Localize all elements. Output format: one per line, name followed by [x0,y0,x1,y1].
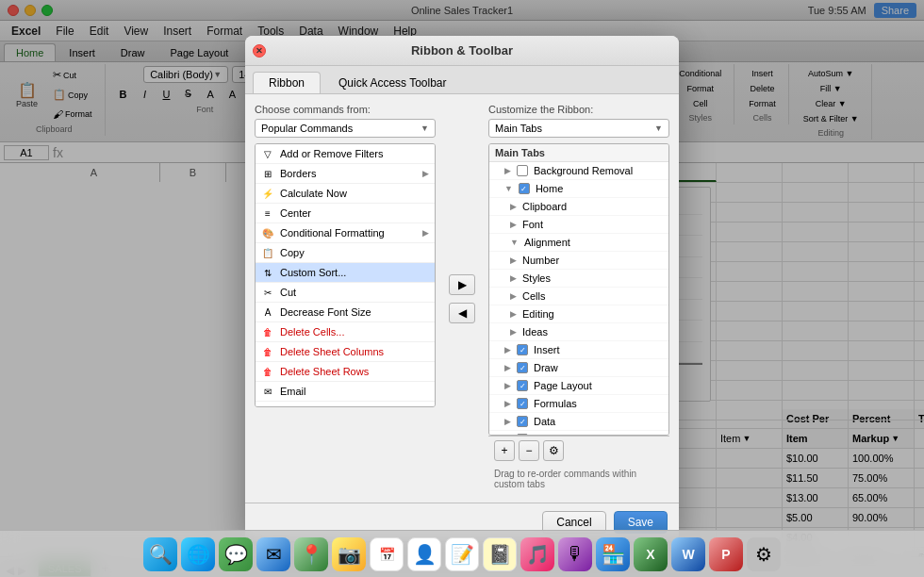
expand-icon-styles: ▶ [510,273,517,283]
cmd-add-remove-filters[interactable]: ▽ Add or Remove Filters [256,144,435,164]
dialog-body: Choose commands from: Popular Commands ▼… [245,94,679,503]
dock-messages[interactable]: 💬 [219,537,253,571]
dock-contacts[interactable]: 👤 [407,537,441,571]
tree-item-insert[interactable]: ▶ ✓ Insert [489,341,668,359]
tree-item-ideas[interactable]: ▶ Ideas [489,323,668,341]
dock-photos[interactable]: 📷 [332,537,366,571]
tab-ribbon[interactable]: Ribbon [253,72,321,93]
remove-from-ribbon-button[interactable]: ◀ [449,303,475,323]
cmd-delete-columns[interactable]: 🗑 Delete Sheet Columns [256,342,435,362]
dialog-title-bar: ✕ Ribbon & Toolbar [245,36,679,66]
checkbox-background-removal[interactable] [517,165,528,176]
expand-icon-insert: ▶ [504,345,511,354]
cmd-delete-rows[interactable]: 🗑 Delete Sheet Rows [256,362,435,382]
delete-rows-icon: 🗑 [261,365,274,378]
dock-notes[interactable]: 📓 [483,537,517,571]
cmd-email[interactable]: ✉ Email [256,382,435,402]
dock-powerpoint[interactable]: P [709,537,743,571]
copy-icon: 📋 [261,246,274,259]
dock-excel[interactable]: X [634,537,668,571]
delete-cells-icon: 🗑 [261,325,274,338]
expand-icon-number: ▶ [510,256,517,265]
commands-from-select[interactable]: Popular Commands ▼ [255,119,436,138]
commands-list[interactable]: ▽ Add or Remove Filters ⊞ Borders ▶ ⚡ Ca… [255,143,436,407]
filter-icon: ▽ [261,147,274,160]
dock-safari[interactable]: 🌐 [181,537,215,571]
dock-maps[interactable]: 📍 [294,537,328,571]
expand-icon: ▶ [504,166,511,175]
cmd-center[interactable]: ≡ Center [256,204,435,223]
dock-word[interactable]: W [671,537,705,571]
tree-item-alignment[interactable]: ▼ Alignment [489,234,668,252]
add-to-ribbon-button[interactable]: ▶ [449,274,475,295]
commands-from-arrow: ▼ [421,124,429,133]
borders-icon: ⊞ [261,167,274,180]
tree-item-cells[interactable]: ▶ Cells [489,288,668,305]
dock-calendar[interactable]: 📅 [370,537,404,571]
ribbon-tree[interactable]: Main Tabs ▶ Background Removal ▼ ✓ Home [488,143,669,436]
cut-icon: ✂ [261,286,274,299]
customize-ribbon-arrow: ▼ [654,124,663,133]
right-panel: Customize the Ribbon: Main Tabs ▼ Main T… [488,104,669,493]
dock-podcasts[interactable]: 🎙 [558,537,592,571]
tree-item-page-layout[interactable]: ▶ ✓ Page Layout [489,377,668,395]
tree-item-clipboard[interactable]: ▶ Clipboard [489,198,668,216]
tree-item-editing[interactable]: ▶ Editing [489,305,668,323]
tree-item-font[interactable]: ▶ Font [489,216,668,234]
tree-item-data[interactable]: ▶ ✓ Data [489,413,668,431]
cmd-copy[interactable]: 📋 Copy [256,243,435,263]
checkbox-data[interactable]: ✓ [517,416,528,427]
cmd-calculate-now[interactable]: ⚡ Calculate Now [256,184,435,204]
expand-icon-home: ▼ [504,184,513,193]
modal-overlay: ✕ Ribbon & Toolbar Ribbon Quick Access T… [0,0,924,577]
dialog-close-button[interactable]: ✕ [253,44,266,58]
file-icon: 📄 [261,404,274,407]
dock-mail[interactable]: ✉ [256,537,290,571]
custom-sort-icon: ⇅ [261,266,274,279]
checkbox-page-layout[interactable]: ✓ [517,380,528,391]
checkbox-draw[interactable]: ✓ [517,362,528,373]
cmd-custom-sort[interactable]: ⇅ Custom Sort... [256,263,435,283]
customize-ribbon-select[interactable]: Main Tabs ▼ [488,119,669,138]
delete-cols-icon: 🗑 [261,345,274,358]
dock-reminders[interactable]: 📝 [445,537,479,571]
center-icon: ≡ [261,206,274,220]
cmd-conditional-formatting[interactable]: 🎨 Conditional Formatting ▶ [256,223,435,243]
dock-appstore[interactable]: 🏪 [596,537,630,571]
decrease-font-icon: A [261,305,274,319]
expand-icon-formulas: ▶ [504,399,511,408]
tab-quick-access[interactable]: Quick Access Toolbar [322,72,463,93]
cmd-decrease-font[interactable]: A Decrease Font Size [256,303,435,322]
calculate-icon: ⚡ [261,187,274,200]
remove-group-button[interactable]: − [519,440,539,461]
tree-item-draw[interactable]: ▶ ✓ Draw [489,359,668,377]
drag-hint: Drag to re-order commands within custom … [488,465,669,493]
cmd-cut[interactable]: ✂ Cut [256,283,435,303]
left-panel: Choose commands from: Popular Commands ▼… [255,104,436,493]
dock: 🔍 🌐 💬 ✉ 📍 📷 📅 👤 📝 📓 🎵 🎙 🏪 X W P ⚙ [0,530,924,577]
dialog-title: Ribbon & Toolbar [411,43,513,58]
add-group-button[interactable]: + [494,440,515,461]
expand-icon-data: ▶ [504,417,511,426]
tree-item-styles[interactable]: ▶ Styles [489,270,668,288]
tree-item-formulas[interactable]: ▶ ✓ Formulas [489,395,668,413]
dock-settings[interactable]: ⚙ [747,537,781,571]
dock-finder[interactable]: 🔍 [143,537,177,571]
checkbox-formulas[interactable]: ✓ [517,398,528,409]
email-icon: ✉ [261,385,274,398]
tree-item-number[interactable]: ▶ Number [489,252,668,270]
cmd-delete-cells[interactable]: 🗑 Delete Cells... [256,322,435,342]
tree-item-background-removal[interactable]: ▶ Background Removal [489,162,668,180]
expand-icon-page-layout: ▶ [504,381,511,390]
tree-bottom-controls: + − ⚙ [488,436,669,465]
checkbox-home[interactable]: ✓ [519,183,530,194]
dock-music[interactable]: 🎵 [520,537,554,571]
cmd-file[interactable]: 📄 File... [256,402,435,407]
cmd-borders[interactable]: ⊞ Borders ▶ [256,164,435,184]
right-panel-label: Customize the Ribbon: [488,104,669,115]
checkbox-insert[interactable]: ✓ [517,344,528,355]
borders-arrow-icon: ▶ [422,169,429,178]
gear-button[interactable]: ⚙ [543,440,564,461]
tree-item-home[interactable]: ▼ ✓ Home [489,180,668,198]
dialog-tabs: Ribbon Quick Access Toolbar [245,66,679,94]
